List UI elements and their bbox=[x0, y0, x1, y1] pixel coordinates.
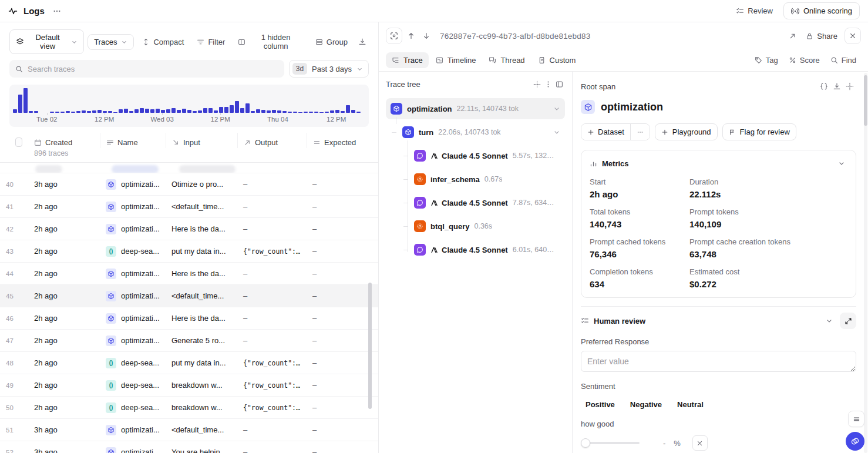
tree-node-infer-schema[interactable]: infer_schema0.67s bbox=[386, 169, 565, 190]
human-review-expand-button[interactable] bbox=[840, 313, 856, 329]
name-cell: ()deep-sea... bbox=[100, 358, 166, 368]
metric-start: Start2h ago bbox=[590, 177, 689, 199]
tree-node-turn[interactable]: turn22.06s, 140743 tok bbox=[386, 122, 565, 143]
dataset-more-button[interactable] bbox=[630, 124, 650, 140]
export-download-button[interactable] bbox=[356, 35, 369, 48]
online-scoring-button[interactable]: Online scoring bbox=[783, 2, 860, 19]
row-number: 42 bbox=[0, 226, 28, 233]
plus-icon bbox=[587, 129, 594, 136]
select-all-cell[interactable] bbox=[0, 133, 28, 148]
axis-tick bbox=[47, 113, 48, 115]
compact-toggle[interactable]: Compact bbox=[137, 35, 189, 49]
page-more-button[interactable] bbox=[51, 5, 63, 18]
time-range-selector[interactable]: 3d Past 3 days bbox=[289, 60, 369, 78]
table-row[interactable]: 412h agooptimizati...<default_time...–– bbox=[0, 196, 378, 218]
table-row[interactable]: 472h agooptimizati...Generate 5 ro...–– bbox=[0, 330, 378, 352]
add-to-dataset-button[interactable]: Dataset bbox=[581, 124, 630, 140]
tab-custom[interactable]: Custom bbox=[532, 52, 582, 68]
column-header-name[interactable]: Name bbox=[100, 133, 166, 148]
table-row[interactable]: 432h ago()deep-sea...put my data in...{"… bbox=[0, 240, 378, 263]
table-row[interactable]: 422h agooptimizati...Here is the da...–– bbox=[0, 218, 378, 240]
tab-timeline[interactable]: Timeline bbox=[430, 52, 482, 68]
human-review-collapse-button[interactable] bbox=[823, 315, 835, 327]
column-header-expected[interactable]: Expected bbox=[307, 133, 378, 148]
tag-button[interactable]: Tag bbox=[750, 53, 783, 68]
sentiment-negative-button[interactable]: Negative bbox=[630, 398, 662, 411]
sentiment-positive-button[interactable]: Positive bbox=[586, 398, 615, 411]
row-number: 51 bbox=[0, 427, 28, 434]
score-button[interactable]: Score bbox=[784, 53, 825, 68]
table-row[interactable]: 492h ago()deep-sea...breakdown w...{"row… bbox=[0, 374, 378, 397]
previous-trace-button[interactable] bbox=[405, 29, 418, 42]
page-scrollbar[interactable] bbox=[864, 73, 867, 453]
sentiment-neutral-button[interactable]: Neutral bbox=[677, 398, 704, 411]
table-row[interactable]: 403h agooptimizati...Otimize o pro...–– bbox=[0, 173, 378, 196]
group-button[interactable]: Group bbox=[311, 35, 352, 49]
tree-panel-toggle-button[interactable] bbox=[554, 79, 565, 90]
chevron-down-icon[interactable] bbox=[553, 105, 560, 112]
column-header-created[interactable]: Created bbox=[28, 133, 100, 148]
tab-thread[interactable]: Thread bbox=[483, 52, 530, 68]
tree-node-claude-4-5-sonnet[interactable]: Claude 4.5 Sonnet5.57s, 13283 tok bbox=[386, 145, 565, 166]
output-cell: {"row_count":... bbox=[237, 247, 307, 256]
select-all-checkbox[interactable] bbox=[15, 137, 22, 147]
table-row[interactable]: 442h agooptimizati...Here is the da...–– bbox=[0, 263, 378, 285]
function-parens-icon: () bbox=[106, 358, 116, 368]
add-to-playground-button[interactable]: Playground bbox=[655, 123, 718, 140]
detail-expand-all-button[interactable] bbox=[843, 80, 856, 93]
tree-node-claude-4-5-sonnet[interactable]: Claude 4.5 Sonnet6.01s, 64034 tok bbox=[386, 239, 565, 260]
hidden-columns-button[interactable]: 1 hidden column bbox=[233, 30, 307, 53]
table-row[interactable]: 462h agooptimizati...Here is the da...–– bbox=[0, 307, 378, 330]
slider-thumb[interactable] bbox=[581, 438, 590, 448]
tree-node-optimization[interactable]: optimization22.11s, 140743 tok bbox=[386, 98, 565, 119]
table-row[interactable]: 452h agooptimizati...<default_time...–– bbox=[0, 285, 378, 307]
next-trace-button[interactable] bbox=[420, 29, 433, 42]
histogram-bar bbox=[235, 101, 239, 113]
open-in-new-button[interactable] bbox=[786, 30, 799, 42]
how-good-slider[interactable] bbox=[581, 438, 640, 448]
find-button[interactable]: Find bbox=[826, 53, 861, 68]
table-row[interactable]: 523h agooptimizati...You are helpin...–– bbox=[0, 441, 378, 453]
traces-selector[interactable]: Traces bbox=[88, 34, 134, 50]
text-lines-icon bbox=[106, 139, 114, 146]
tab-trace[interactable]: Trace bbox=[386, 52, 429, 68]
column-header-input[interactable]: Input bbox=[166, 133, 237, 148]
arrow-into-corner-icon bbox=[172, 139, 180, 146]
assistant-fab-button[interactable] bbox=[846, 432, 864, 451]
tree-node-claude-4-5-sonnet[interactable]: Claude 4.5 Sonnet7.87s, 63426 tok bbox=[386, 192, 565, 213]
task-cube-icon bbox=[106, 224, 116, 234]
focus-trace-button[interactable] bbox=[386, 28, 402, 44]
close-panel-button[interactable] bbox=[845, 28, 861, 44]
tree-node-btql-query[interactable]: btql_query0.36s bbox=[386, 216, 565, 237]
table-row[interactable]: 502h ago()deep-sea...breakdown w...{"row… bbox=[0, 397, 378, 419]
column-header-output[interactable]: Output bbox=[237, 133, 307, 148]
metrics-collapse-button[interactable] bbox=[836, 157, 847, 169]
arrow-out-corner-icon bbox=[244, 139, 251, 146]
histogram[interactable]: Tue 0212 PMWed 0312 PMThu 0412 PM bbox=[9, 85, 369, 127]
table-row[interactable]: 482h ago()deep-sea...put my data in...{"… bbox=[0, 352, 378, 374]
view-json-button[interactable] bbox=[817, 80, 830, 93]
row-number: 40 bbox=[0, 181, 28, 188]
download-span-button[interactable] bbox=[830, 80, 843, 93]
tree-more-button[interactable] bbox=[543, 79, 554, 90]
input-cell: Otimize o pro... bbox=[166, 180, 237, 189]
histogram-bar bbox=[219, 107, 223, 113]
vertical-arrows-icon bbox=[142, 38, 150, 46]
clear-score-button[interactable] bbox=[692, 435, 708, 451]
tree-expand-all-button[interactable] bbox=[531, 79, 543, 90]
chevron-down-icon[interactable] bbox=[553, 129, 560, 136]
search-input[interactable] bbox=[28, 65, 278, 73]
view-selector[interactable]: Default view bbox=[9, 29, 84, 54]
preferred-response-input[interactable] bbox=[581, 351, 856, 372]
share-button[interactable]: Share bbox=[801, 29, 842, 43]
filter-button[interactable]: Filter bbox=[192, 35, 230, 49]
logs-activity-icon bbox=[8, 6, 18, 16]
floating-menu-button[interactable] bbox=[848, 411, 864, 427]
expected-cell: – bbox=[307, 314, 378, 323]
table-scrollbar[interactable] bbox=[368, 283, 372, 409]
search-traces-box bbox=[9, 60, 284, 78]
review-button[interactable]: Review bbox=[731, 4, 778, 18]
page-scrollbar-thumb[interactable] bbox=[864, 75, 867, 126]
flag-for-review-button[interactable]: Flag for review bbox=[722, 123, 796, 140]
table-row[interactable]: 513h agooptimizati...<default_time...–– bbox=[0, 419, 378, 441]
